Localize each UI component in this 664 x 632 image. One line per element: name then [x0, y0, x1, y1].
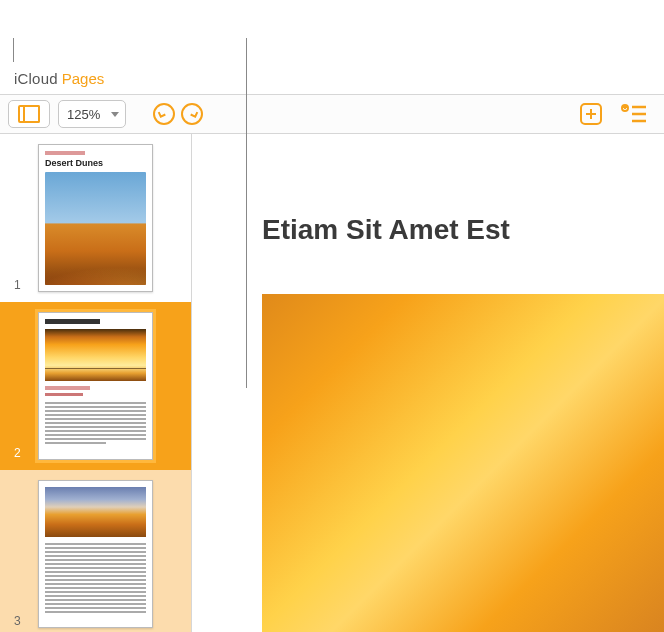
page-thumbnail[interactable]: Desert Dunes 1: [0, 134, 191, 302]
brand-pages: Pages: [62, 70, 105, 87]
redo-button[interactable]: [178, 100, 206, 128]
redo-icon: [180, 102, 204, 126]
insert-button[interactable]: [578, 101, 604, 127]
hero-image: [262, 294, 664, 632]
page-thumbnail[interactable]: 2: [0, 302, 191, 470]
page-number: 3: [14, 614, 21, 628]
format-button[interactable]: [620, 102, 648, 126]
page-thumbnail[interactable]: 3: [0, 470, 191, 632]
logo-bar: iCloud Pages: [0, 62, 664, 94]
undo-icon: [152, 102, 176, 126]
page-number: 1: [14, 278, 21, 292]
plus-square-icon: [578, 101, 604, 127]
page-thumbnail-preview: [38, 312, 153, 460]
page-thumbnail-preview: Desert Dunes: [38, 144, 153, 292]
page-title: Etiam Sit Amet Est: [262, 214, 664, 246]
document-canvas[interactable]: Etiam Sit Amet Est: [192, 134, 664, 632]
thumbnail-title: Desert Dunes: [45, 158, 146, 168]
page-thumbnail-preview: [38, 480, 153, 628]
page-number: 2: [14, 446, 21, 460]
undo-button[interactable]: [150, 100, 178, 128]
zoom-select[interactable]: 125%: [58, 100, 126, 128]
format-list-icon: [620, 102, 648, 126]
brand-icloud: iCloud: [14, 70, 58, 87]
thumbnail-sidebar: Desert Dunes 1 2 3: [0, 134, 192, 632]
chevron-down-icon: [111, 112, 119, 117]
toolbar: 125%: [0, 94, 664, 134]
view-menu-button[interactable]: [8, 100, 50, 128]
zoom-value: 125%: [67, 107, 100, 122]
sidebar-view-icon: [18, 105, 40, 123]
